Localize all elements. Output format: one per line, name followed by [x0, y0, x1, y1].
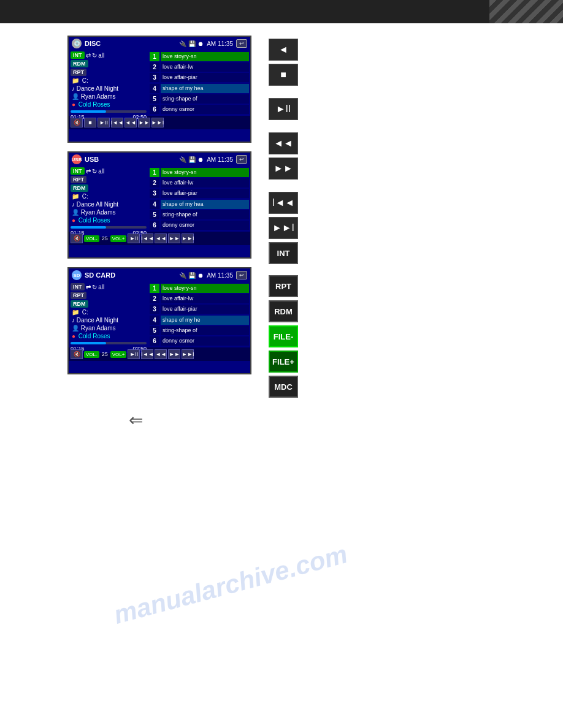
disc-time: AM 11:35: [207, 40, 233, 47]
usb-track-name-6: donny osmor: [161, 221, 249, 230]
usb-left: INT ⇄ ↻ all RPT RDM 📁 C: ♪: [69, 166, 148, 232]
volume-down-btn[interactable]: ◄: [269, 39, 298, 61]
disc-rdm-btn[interactable]: RDM: [71, 60, 88, 67]
usb-return-btn[interactable]: ↩: [236, 155, 247, 164]
disc-track-6[interactable]: 6 donny osmor: [150, 105, 249, 115]
top-bar: [0, 0, 563, 23]
sdcard-plug-icon: 🔌: [179, 272, 186, 279]
fast-forward-btn[interactable]: ►►: [269, 157, 298, 180]
file-minus-btn[interactable]: FILE-: [269, 325, 298, 347]
sdcard-track-4[interactable]: 4 shape of my he: [150, 315, 249, 325]
sdcard-rpt-btn[interactable]: RPT: [71, 292, 86, 299]
main-content: 💿 DISC 🔌 💾 ⏺ AM 11:35 ↩ INT ⇄ ↻ all: [0, 23, 563, 398]
sdcard-progress-fill: [71, 342, 106, 344]
sdcard-track-1[interactable]: 1 love stoyry-sn: [150, 283, 249, 293]
usb-progress-fill: [71, 226, 106, 229]
usb-prev-btn[interactable]: I◄◄: [141, 233, 153, 243]
disc-panel-header: 💿 DISC 🔌 💾 ⏺ AM 11:35 ↩: [69, 37, 250, 50]
rpt-btn[interactable]: RPT: [269, 275, 298, 297]
usb-icon: USB: [72, 154, 82, 164]
usb-rdm-btn[interactable]: RDM: [71, 184, 88, 192]
usb-playpause-btn[interactable]: ►II: [128, 233, 140, 243]
usb-vol-up-btn[interactable]: VOL+: [110, 235, 127, 242]
disc-track-2[interactable]: 2 love affair-lw: [150, 62, 249, 72]
sdcard-vol-up-btn[interactable]: VOL+: [110, 351, 127, 358]
sdcard-time: AM 11:35: [207, 272, 233, 279]
disc-track-num-2: 2: [150, 63, 159, 72]
sdcard-rdm-btn[interactable]: RDM: [71, 300, 88, 308]
usb-vol-down-btn[interactable]: VOL-: [84, 235, 99, 242]
sdcard-track-3[interactable]: 3 love affair-piar: [150, 305, 249, 314]
sdcard-body: INT ⇄ ↻ all RPT RDM 📁 C: ♪: [69, 282, 250, 347]
disc-track-1[interactable]: 1 love stoyry-sn: [150, 51, 249, 61]
file-plus-btn[interactable]: FILE+: [269, 351, 298, 373]
usb-progress-bg: [71, 226, 147, 229]
usb-track-num-1: 1: [150, 168, 159, 177]
usb-track-6[interactable]: 6 donny osmor: [150, 221, 249, 230]
disc-playpause-btn[interactable]: ►II: [98, 118, 110, 127]
disc-ff-btn[interactable]: ►►: [138, 118, 150, 127]
sdcard-rew-btn[interactable]: ◄◄: [155, 349, 167, 359]
disc-panel: 💿 DISC 🔌 💾 ⏺ AM 11:35 ↩ INT ⇄ ↻ all: [67, 36, 251, 143]
play-pause-btn[interactable]: ►II: [269, 98, 298, 120]
sdcard-ff-btn[interactable]: ►►: [168, 349, 180, 359]
usb-track-1[interactable]: 1 love stoyry-sn: [150, 167, 249, 177]
usb-track-2[interactable]: 2 love affair-lw: [150, 178, 249, 188]
mdc-btn[interactable]: MDC: [269, 376, 298, 398]
int-btn[interactable]: INT: [269, 242, 298, 264]
usb-ff-btn[interactable]: ►►: [168, 233, 180, 243]
sdcard-track-name-4: shape of my he: [161, 316, 249, 325]
rdm-btn[interactable]: RDM: [269, 300, 298, 322]
sdcard-track-num-6: 6: [150, 336, 159, 346]
sdcard-return-btn[interactable]: ↩: [236, 271, 247, 279]
sdcard-track-num-2: 2: [150, 294, 159, 303]
usb-track-4[interactable]: 4 shape of my hea: [150, 199, 249, 209]
sdcard-panel-header: SD SD CARD 🔌 💾 ⏺ AM 11:35 ↩: [69, 268, 250, 282]
disc-track-4[interactable]: 4 shape of my hea: [150, 83, 249, 93]
sdcard-track-2[interactable]: 2 love affair-lw: [150, 294, 249, 303]
sdcard-int-btn[interactable]: INT: [71, 283, 85, 290]
disc-control-row2: RDM: [71, 60, 147, 67]
usb-next-btn[interactable]: ►►I: [182, 233, 194, 243]
disc-track-5[interactable]: 5 sting-shape of: [150, 94, 249, 104]
disc-rpt-btn[interactable]: RPT: [71, 69, 86, 76]
sdcard-shuffle-icon: ⇄ ↻: [86, 284, 98, 290]
usb-track-3[interactable]: 3 love affair-piar: [150, 189, 249, 199]
sdcard-track-6[interactable]: 6 donny osmor: [150, 336, 249, 346]
disc-track-3[interactable]: 3 love affair-piar: [150, 73, 249, 83]
sdcard-track-5[interactable]: 5 sting-shape of: [150, 325, 249, 335]
disc-bottom-controls: 🔇 ■ ►II I◄◄ ◄◄ ►► ►►I: [69, 116, 250, 129]
rewind-btn[interactable]: ◄◄: [269, 132, 298, 154]
sdcard-vol-down-btn[interactable]: VOL-: [84, 351, 99, 358]
sdcard-album-line: ♪ Dance All Night: [71, 317, 147, 324]
disc-prev-btn[interactable]: I◄◄: [111, 118, 123, 127]
sdcard-prev-btn[interactable]: I◄◄: [141, 349, 153, 359]
next-track-btn[interactable]: ►►I: [269, 217, 298, 239]
sdcard-tracklist: 1 love stoyry-sn 2 love affair-lw 3 love…: [148, 282, 250, 347]
usb-rew-btn[interactable]: ◄◄: [155, 233, 167, 243]
disc-mute-btn[interactable]: 🔇: [71, 118, 83, 127]
sdcard-header-icons: 🔌 💾 ⏺: [179, 272, 204, 279]
sdcard-mute-btn[interactable]: 🔇: [71, 349, 83, 359]
sdcard-track-num-3: 3: [150, 305, 159, 314]
disc-return-btn[interactable]: ↩: [236, 39, 247, 48]
usb-track-5[interactable]: 5 sting-shape of: [150, 210, 249, 219]
back-arrow[interactable]: ⇐: [129, 411, 143, 430]
stop-btn[interactable]: ■: [269, 64, 298, 86]
usb-mute-btn[interactable]: 🔇: [71, 233, 83, 243]
disc-rew-btn[interactable]: ◄◄: [124, 118, 137, 127]
sdcard-playpause-btn[interactable]: ►II: [128, 349, 140, 359]
disc-next-btn[interactable]: ►►I: [151, 118, 164, 127]
disc-bullet: ●: [72, 101, 75, 108]
sdcard-control-row2: RPT: [71, 292, 147, 299]
sdcard-track-name-2: love affair-lw: [161, 294, 249, 303]
prev-track-btn[interactable]: I◄◄: [269, 192, 298, 214]
usb-rpt-btn[interactable]: RPT: [71, 176, 86, 183]
usb-int-btn[interactable]: INT: [71, 167, 85, 175]
usb-track-name-1: love stoyry-sn: [161, 168, 249, 177]
disc-stop-btn[interactable]: ■: [84, 118, 96, 127]
sdcard-folder: 📁 C:: [71, 309, 147, 316]
disc-int-btn[interactable]: INT: [71, 51, 85, 59]
top-bar-stripes: [489, 0, 563, 23]
sdcard-next-btn[interactable]: ►►I: [182, 349, 194, 359]
